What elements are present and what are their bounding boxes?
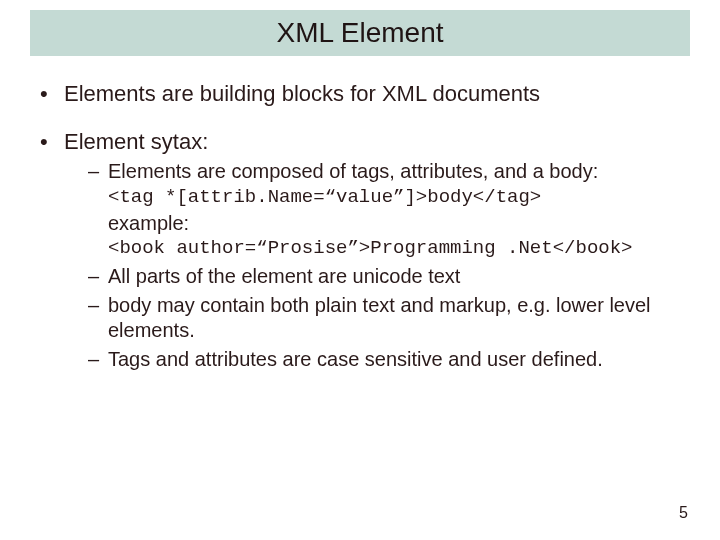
code-line: <book author=“Prosise”>Programming .Net<… [108, 237, 680, 260]
bullet-level2: All parts of the element are unicode tex… [88, 264, 680, 289]
bullet-text: All parts of the element are unicode tex… [108, 265, 460, 287]
bullet-level2: body may contain both plain text and mar… [88, 293, 680, 343]
bullet-text: Element sytax: [64, 129, 208, 154]
example-label: example: [108, 211, 680, 235]
bullet-text: Tags and attributes are case sensitive a… [108, 348, 603, 370]
bullet-level1: Elements are building blocks for XML doc… [40, 80, 680, 108]
sub-bullet-group: Elements are composed of tags, attribute… [40, 159, 680, 372]
slide-title: XML Element [276, 17, 443, 49]
bullet-level2: Tags and attributes are case sensitive a… [88, 347, 680, 372]
bullet-level2: Elements are composed of tags, attribute… [88, 159, 680, 260]
slide-title-band: XML Element [30, 10, 690, 56]
bullet-text: Elements are composed of tags, attribute… [108, 160, 598, 182]
bullet-level1: Element sytax: [40, 128, 680, 156]
bullet-text: body may contain both plain text and mar… [108, 294, 651, 341]
slide-content: Elements are building blocks for XML doc… [40, 66, 680, 372]
code-line: <tag *[attrib.Name=“value”]>body</tag> [108, 186, 680, 209]
page-number: 5 [679, 504, 688, 522]
bullet-text: Elements are building blocks for XML doc… [64, 81, 540, 106]
